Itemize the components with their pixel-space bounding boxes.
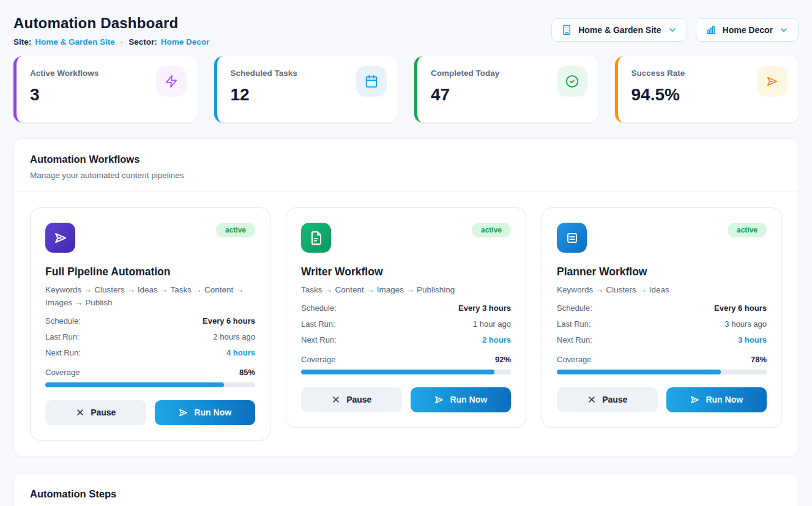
workflow-title: Planner Workflow <box>557 266 767 278</box>
coverage-value: 78% <box>751 355 767 364</box>
coverage-progress-fill <box>301 370 494 374</box>
workflows-panel-subtitle: Manage your automated content pipelines <box>30 171 782 180</box>
run-now-button-label: Run Now <box>706 395 743 404</box>
schedule-row: Schedule: Every 3 hours <box>301 303 511 313</box>
site-selector-label: Home & Garden Site <box>578 25 661 35</box>
zap-icon <box>156 66 187 97</box>
next-run-value: 4 hours <box>226 348 255 357</box>
coverage-row: Coverage 85% <box>45 368 255 377</box>
last-run-value: 1 hour ago <box>473 319 511 329</box>
next-run-value: 3 hours <box>738 335 767 344</box>
run-now-button[interactable]: Run Now <box>411 387 512 412</box>
send-icon <box>757 66 788 97</box>
coverage-row: Coverage 78% <box>557 355 767 364</box>
coverage-value: 85% <box>239 368 255 377</box>
last-run-label: Last Run: <box>45 332 80 341</box>
chevron-down-icon <box>668 25 677 35</box>
x-icon <box>587 395 597 404</box>
coverage-label: Coverage <box>45 368 80 377</box>
workflow-actions: Pause Run Now <box>557 387 767 412</box>
workflows-panel-title: Automation Workflows <box>30 154 782 165</box>
site-selector-dropdown[interactable]: Home & Garden Site <box>551 18 687 42</box>
schedule-value: Every 6 hours <box>714 303 767 313</box>
status-badge: active <box>216 223 255 237</box>
next-run-label: Next Run: <box>45 348 81 357</box>
run-now-button-label: Run Now <box>194 407 231 417</box>
workflow-card-top: active <box>557 223 767 253</box>
stat-card-active-workflows: Active Workflows 3 <box>13 56 198 122</box>
coverage-value: 92% <box>495 355 511 364</box>
next-run-label: Next Run: <box>301 335 337 344</box>
pause-button-label: Pause <box>346 395 371 404</box>
status-badge: active <box>728 223 767 237</box>
page-title: Automation Dashboard <box>13 15 209 32</box>
run-now-button[interactable]: Run Now <box>155 400 256 425</box>
calendar-icon <box>356 66 387 97</box>
stats-row: Active Workflows 3 Scheduled Tasks 12 Co… <box>13 56 799 122</box>
notebook-icon <box>557 223 587 253</box>
automation-steps-title: Automation Steps <box>30 488 782 500</box>
next-run-value: 2 hours <box>482 335 511 344</box>
sector-selector-dropdown[interactable]: Home Decor <box>696 18 799 42</box>
workflows-panel-header: Automation Workflows Manage your automat… <box>14 139 798 192</box>
coverage-progress-bar <box>557 370 767 374</box>
automation-steps-header: Automation Steps Configure which steps a… <box>14 474 798 506</box>
sector-link[interactable]: Home Decor <box>161 37 210 47</box>
last-run-row: Last Run: 3 hours ago <box>557 319 767 329</box>
coverage-row: Coverage 92% <box>301 355 511 364</box>
schedule-row: Schedule: Every 6 hours <box>45 316 255 326</box>
workflow-pipeline: Keywords → Clusters → Ideas <box>557 284 767 297</box>
site-link[interactable]: Home & Garden Site <box>35 37 115 47</box>
next-run-label: Next Run: <box>557 335 592 344</box>
workflow-card-top: active <box>301 223 511 253</box>
workflow-grid: active Full Pipeline Automation Keywords… <box>30 207 782 441</box>
workflow-card-full-pipeline: active Full Pipeline Automation Keywords… <box>30 207 270 441</box>
schedule-row: Schedule: Every 6 hours <box>557 303 767 313</box>
stat-card-scheduled-tasks: Scheduled Tasks 12 <box>214 56 398 122</box>
bar-chart-icon <box>706 24 717 35</box>
building-icon <box>561 24 572 35</box>
stat-card-completed-today: Completed Today 47 <box>414 56 598 122</box>
breadcrumb: Site: Home & Garden Site · Sector: Home … <box>13 37 209 47</box>
last-run-row: Last Run: 1 hour ago <box>301 319 511 329</box>
sector-label: Sector: <box>129 37 157 47</box>
run-now-button[interactable]: Run Now <box>666 387 767 412</box>
chevron-down-icon <box>779 25 789 35</box>
next-run-row: Next Run: 2 hours <box>301 335 511 344</box>
schedule-value: Every 3 hours <box>458 303 511 313</box>
workflows-panel: Automation Workflows Manage your automat… <box>13 138 799 457</box>
last-run-label: Last Run: <box>557 319 591 329</box>
workflow-pipeline: Tasks → Content → Images → Publishing <box>301 284 511 297</box>
header-selectors: Home & Garden Site Home Decor <box>551 18 799 42</box>
next-run-row: Next Run: 4 hours <box>45 348 255 357</box>
schedule-label: Schedule: <box>45 316 81 326</box>
x-icon <box>331 395 341 404</box>
pause-button[interactable]: Pause <box>301 387 402 412</box>
workflow-actions: Pause Run Now <box>45 400 255 425</box>
breadcrumb-separator: · <box>121 37 124 47</box>
pause-button[interactable]: Pause <box>557 387 658 412</box>
site-label: Site: <box>13 37 31 47</box>
coverage-progress-fill <box>557 370 721 374</box>
coverage-progress-fill <box>45 382 224 387</box>
send-icon <box>434 395 444 405</box>
send-icon <box>178 407 188 418</box>
automation-steps-panel: Automation Steps Configure which steps a… <box>13 473 799 506</box>
status-badge: active <box>472 223 511 237</box>
last-run-value: 3 hours ago <box>724 319 767 329</box>
schedule-label: Schedule: <box>557 303 592 313</box>
coverage-label: Coverage <box>301 355 335 364</box>
workflow-card-planner: active Planner Workflow Keywords → Clust… <box>542 207 782 428</box>
next-run-row: Next Run: 3 hours <box>557 335 767 344</box>
workflow-title: Full Pipeline Automation <box>45 266 255 278</box>
workflow-title: Writer Workflow <box>301 266 511 278</box>
pause-button[interactable]: Pause <box>45 400 146 425</box>
coverage-label: Coverage <box>557 355 591 364</box>
check-circle-icon <box>557 66 587 97</box>
schedule-label: Schedule: <box>301 303 337 313</box>
schedule-value: Every 6 hours <box>203 316 255 326</box>
header-left: Automation Dashboard Site: Home & Garden… <box>13 15 209 47</box>
page-header: Automation Dashboard Site: Home & Garden… <box>13 15 799 47</box>
workflow-pipeline: Keywords → Clusters → Ideas → Tasks → Co… <box>45 284 255 310</box>
run-now-button-label: Run Now <box>450 395 487 404</box>
